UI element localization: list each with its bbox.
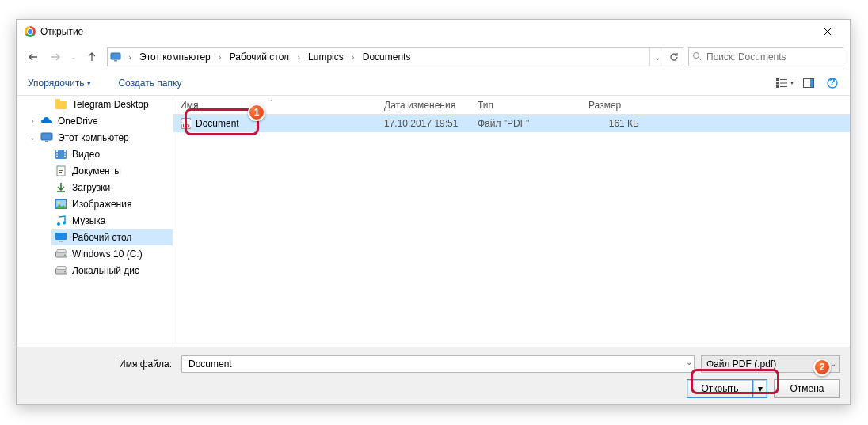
chevron-right-icon[interactable]: › [214,53,227,62]
sidebar-item-8[interactable]: Рабочий стол [51,229,173,245]
filetype-value: Файл PDF (.pdf) [706,359,776,370]
sort-asc-icon: ˄ [270,99,273,106]
svg-rect-16 [56,150,58,152]
col-date[interactable]: Дата изменения [378,100,471,111]
svg-point-34 [64,255,66,256]
svg-point-29 [63,221,66,224]
open-dropdown[interactable]: ▾ [753,379,767,398]
svg-rect-21 [64,156,66,157]
desktop-icon [55,231,67,244]
sidebar-item-label: Windows 10 (C:) [72,249,143,260]
organize-menu[interactable]: Упорядочить ▾ [23,74,96,92]
chevron-down-icon: ⌄ [70,53,77,61]
svg-rect-36 [57,267,66,270]
recent-dropdown[interactable]: ⌄ [67,47,80,67]
svg-rect-23 [59,169,63,169]
breadcrumb[interactable]: › Этот компьютер › Рабочий стол › Lumpic… [107,47,683,66]
svg-rect-18 [56,156,58,157]
svg-rect-0 [111,53,120,59]
svg-rect-10 [810,79,813,87]
svg-rect-8 [780,86,787,87]
sidebar-item-0[interactable]: Telegram Desktop [51,96,173,112]
sidebar-item-3[interactable]: Видео [51,146,173,162]
sidebar-item-5[interactable]: Загрузки [51,179,173,195]
tree-chevron-icon[interactable]: › [28,117,37,125]
sidebar-item-9[interactable]: Windows 10 (C:) [51,245,173,262]
col-size[interactable]: Размер [582,100,658,111]
view-icon [776,78,789,88]
sidebar-item-10[interactable]: Локальный дис [51,262,173,279]
bottom-panel: Имя файла: ⌄ Файл PDF (.pdf) ⌄ Открыть ▾… [17,347,850,404]
new-folder-label: Создать папку [118,78,181,89]
preview-pane-icon [803,78,814,88]
help-icon: ? [827,78,838,89]
search-input[interactable] [705,51,839,63]
help-button[interactable]: ? [821,74,843,93]
svg-rect-6 [780,79,787,80]
open-button-group: Открыть ▾ [687,379,767,398]
docs-icon [55,165,67,177]
svg-rect-20 [64,153,66,154]
sidebar-item-7[interactable]: Музыка [51,212,173,229]
view-mode-button[interactable]: ▾ [774,74,796,93]
preview-pane-button[interactable] [798,74,820,93]
svg-rect-3 [776,78,779,81]
filename-field[interactable]: ⌄ [181,355,695,373]
tree-chevron-icon[interactable]: ⌄ [28,134,37,142]
sidebar-item-1[interactable]: OneDrive [37,112,173,129]
music-icon [55,214,67,227]
sidebar-item-label: Локальный дис [72,265,139,276]
svg-text:PDF: PDF [181,119,192,128]
svg-rect-13 [41,133,52,140]
refresh-button[interactable] [664,48,683,66]
refresh-icon [669,52,679,62]
svg-rect-19 [64,150,66,152]
chevron-down-icon: ▾ [87,79,91,87]
pc-icon [108,52,124,62]
grid-body[interactable]: PDFDocument17.10.2017 19:51Файл "PDF"161… [173,115,850,347]
sidebar-item-2[interactable]: Этот компьютер [37,129,173,146]
breadcrumb-dropdown[interactable]: ⌄ [649,48,664,66]
open-button[interactable]: Открыть [687,379,753,398]
forward-button[interactable] [45,47,66,67]
onedrive-icon [40,115,53,127]
sidebar-item-label: Музыка [72,215,105,226]
filetype-select[interactable]: Файл PDF (.pdf) ⌄ [701,355,840,373]
close-icon [824,28,832,36]
cell-date: 17.10.2017 19:51 [378,118,471,129]
svg-rect-7 [780,82,787,83]
breadcrumb-seg-2[interactable]: Lumpics [305,48,347,66]
column-headers: Имя ˄ Дата изменения Тип Размер [173,96,850,115]
cell-type: Файл "PDF" [471,118,582,129]
chevron-down-icon: ⌄ [830,359,836,368]
col-name[interactable]: Имя ˄ [173,100,378,111]
dl-icon [55,181,67,194]
sidebar-item-label: Этот компьютер [58,132,129,143]
chevron-down-icon[interactable]: ⌄ [686,358,692,366]
cancel-button[interactable]: Отмена [774,379,840,398]
svg-point-37 [64,271,66,273]
drive-icon [55,248,67,260]
chevron-right-icon[interactable]: › [347,53,360,62]
svg-point-27 [58,201,60,203]
new-folder-button[interactable]: Создать папку [113,74,186,92]
svg-rect-30 [55,233,67,240]
svg-rect-1 [114,60,117,62]
sidebar-item-6[interactable]: Изображения [51,195,173,212]
filename-input[interactable] [187,356,678,372]
back-button[interactable] [23,47,44,67]
file-row[interactable]: PDFDocument17.10.2017 19:51Файл "PDF"161… [173,115,850,132]
sidebar-item-4[interactable]: Документы [51,162,173,179]
search-box[interactable] [688,47,843,66]
up-button[interactable] [82,47,102,67]
close-button[interactable] [810,21,845,43]
arrow-left-icon [28,51,39,63]
chevron-right-icon[interactable]: › [292,53,305,62]
chevron-right-icon[interactable]: › [124,53,136,62]
sidebar-item-label: Telegram Desktop [72,99,149,110]
col-type[interactable]: Тип [471,100,582,111]
breadcrumb-seg-1[interactable]: Рабочий стол [227,48,292,66]
svg-text:?: ? [829,78,835,88]
breadcrumb-seg-0[interactable]: Этот компьютер [136,48,214,66]
breadcrumb-seg-3[interactable]: Documents [360,48,414,66]
